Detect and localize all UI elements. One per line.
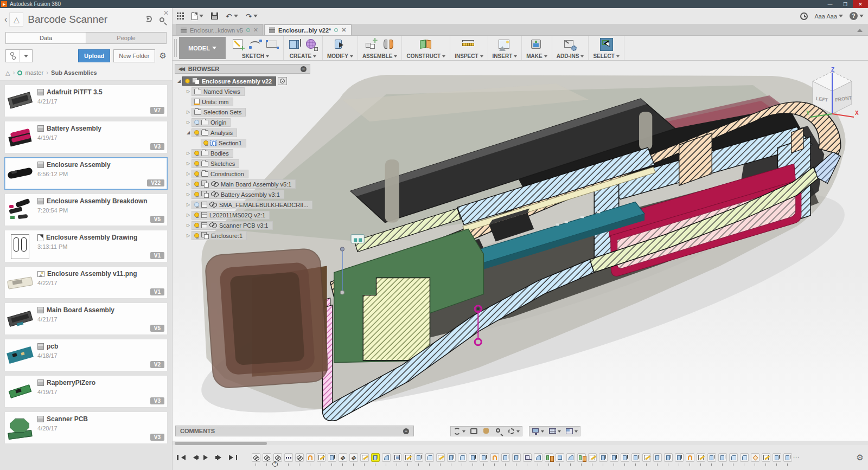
workspace-selector[interactable]: MODEL	[179, 37, 226, 59]
visibility-bulb-icon[interactable]	[194, 213, 199, 217]
joint-icon[interactable]	[382, 38, 395, 51]
browser-row[interactable]: ▷Origin	[175, 117, 310, 127]
undo-icon[interactable]: ↶	[226, 12, 238, 20]
comments-bar[interactable]: COMMENTS −	[175, 426, 414, 436]
tab-people[interactable]: People	[86, 32, 167, 44]
disclosure-collapsed-icon[interactable]: ▷	[185, 161, 192, 166]
browser-row[interactable]: ▷Selection Sets	[175, 107, 310, 117]
browser-options-icon[interactable]: −	[301, 66, 307, 72]
disclosure-collapsed-icon[interactable]: ▷	[185, 233, 192, 238]
ribbon-group-label[interactable]: ASSEMBLE	[362, 53, 398, 59]
comments-options-icon[interactable]: −	[403, 428, 409, 434]
browser-row[interactable]: ▷Construction	[175, 169, 310, 179]
browser-row[interactable]: ▷Main Board Assembly v5:1	[175, 179, 310, 189]
measure-icon[interactable]	[462, 38, 475, 51]
ribbon-group-label[interactable]: INSPECT	[455, 53, 483, 59]
visibility-bulb-icon[interactable]	[194, 120, 199, 125]
new-folder-button[interactable]: New Folder	[113, 49, 155, 62]
home-icon[interactable]: △	[5, 69, 10, 76]
visibility-bulb-icon[interactable]	[194, 223, 199, 228]
disclosure-expanded-icon[interactable]: ◢	[185, 130, 192, 135]
list-item[interactable]: Scanner PCB4/20/17V3	[4, 411, 168, 444]
minimize-button[interactable]: —	[822, 0, 838, 8]
timeline-feature-fillet-icon[interactable]	[566, 453, 575, 466]
list-item[interactable]: Enclosure Assembly Breakdown7:20:54 PMV5	[4, 194, 168, 226]
timeline-feature-extrude-icon[interactable]	[501, 453, 510, 466]
timeline-settings-gear-icon[interactable]: ⚙	[857, 453, 864, 462]
zoom-icon[interactable]	[495, 427, 503, 435]
select-icon[interactable]	[600, 38, 613, 51]
orbit-icon[interactable]	[453, 427, 465, 435]
disclosure-collapsed-icon[interactable]: ▷	[185, 171, 192, 176]
timeline-feature-box-icon[interactable]	[392, 453, 401, 466]
timeline-feature-hole-icon[interactable]	[685, 453, 694, 466]
timeline-feature-extrude-icon[interactable]	[512, 453, 521, 466]
timeline-feature-sketch-icon[interactable]	[436, 453, 445, 466]
timeline-feature-link-icon[interactable]	[251, 453, 260, 466]
visibility-bulb-icon[interactable]	[194, 130, 199, 135]
visibility-bulb-icon[interactable]	[194, 161, 199, 166]
version-branch-combo[interactable]	[5, 49, 33, 62]
target-icon[interactable]	[278, 77, 287, 85]
doc-tab-breakdown[interactable]: Enclosur...kdown v5 ✕	[176, 24, 263, 35]
redo-icon[interactable]: ↷	[246, 12, 258, 20]
display-settings-icon[interactable]	[532, 427, 544, 435]
browser-row[interactable]: ◢Enclosure Assembly v22	[175, 76, 310, 86]
ribbon-group-label[interactable]: CREATE	[290, 53, 316, 59]
timeline-feature-sketch-icon[interactable]	[761, 453, 770, 466]
disclosure-collapsed-icon[interactable]: ▷	[185, 120, 192, 125]
timeline-feature-move-icon[interactable]	[338, 453, 347, 466]
ribbon-group-label[interactable]: SELECT	[593, 53, 619, 59]
browser-row[interactable]: ▷Scanner PCB v3:1	[175, 220, 310, 230]
visibility-bulb-icon[interactable]	[203, 140, 208, 145]
disclosure-collapsed-icon[interactable]: ▷	[185, 202, 192, 207]
scripts-addins-icon[interactable]	[564, 38, 577, 51]
timeline-feature-extrude-icon[interactable]	[446, 453, 456, 466]
job-status-clock-icon[interactable]	[800, 12, 808, 20]
timeline-feature-shell-icon[interactable]	[425, 453, 434, 466]
timeline-feature-sketch-icon[interactable]	[642, 453, 651, 466]
app-grid-icon[interactable]	[177, 12, 184, 20]
ribbon-group-label[interactable]: SKETCH	[242, 53, 269, 59]
browser-row[interactable]: ▷L202011MS02Q v2:1	[175, 210, 310, 220]
visibility-bulb-icon[interactable]	[194, 202, 199, 207]
timeline-feature-extrude-icon[interactable]	[707, 453, 716, 466]
timeline-feature-extrude-icon[interactable]	[609, 453, 618, 466]
breadcrumb-folder[interactable]: Sub Assemblies	[51, 69, 97, 76]
save-icon[interactable]	[211, 12, 218, 20]
horizontal-scrollbar[interactable]	[173, 441, 868, 445]
disclosure-collapsed-icon[interactable]: ▷	[185, 151, 192, 156]
close-button[interactable]: ✕	[853, 0, 868, 8]
upload-button[interactable]: Upload	[78, 49, 110, 62]
timeline-feature-sketch-icon[interactable]	[588, 453, 597, 466]
insert-image-icon[interactable]	[498, 38, 511, 51]
timeline-feature-sketch-icon[interactable]	[316, 453, 326, 466]
canvas-widget[interactable]	[351, 234, 364, 243]
3d-viewport[interactable]: ◀◀ BROWSER − ◢Enclosure Assembly v22▷Nam…	[173, 61, 868, 441]
press-pull-icon[interactable]	[334, 38, 347, 51]
close-tab-icon[interactable]: ✕	[253, 27, 258, 34]
step-forward-icon[interactable]	[215, 455, 224, 460]
ribbon-group-label[interactable]: MODIFY	[327, 53, 353, 59]
timeline-feature-extrude-icon[interactable]	[327, 453, 336, 466]
pan-icon[interactable]	[482, 427, 490, 435]
create-sketch-icon[interactable]	[232, 38, 245, 51]
close-tab-icon[interactable]: ✕	[341, 27, 346, 34]
look-at-icon[interactable]	[470, 427, 478, 435]
timeline-feature-shell-icon[interactable]	[457, 453, 467, 466]
browser-header[interactable]: ◀◀ BROWSER −	[175, 64, 310, 74]
visibility-bulb-icon[interactable]	[194, 151, 199, 156]
doc-tab-assembly[interactable]: Enclosur...bly v22* ✕	[264, 24, 351, 35]
new-component-icon[interactable]	[365, 38, 378, 51]
timeline-feature-extrude-icon[interactable]	[663, 453, 673, 466]
timeline-feature-extrude-icon[interactable]	[371, 453, 380, 466]
tab-data[interactable]: Data	[5, 32, 86, 44]
browser-row[interactable]: ▷Enclosure:1	[175, 230, 310, 241]
list-item[interactable]: Adafruit PiTFT 3.54/21/17V7	[4, 85, 168, 117]
help-menu[interactable]: ?	[850, 12, 864, 20]
back-chevron-icon[interactable]: ‹	[4, 15, 7, 24]
timeline-feature-extrude-icon[interactable]	[598, 453, 608, 466]
breadcrumb-branch[interactable]: master	[25, 69, 43, 76]
ribbon-group-label[interactable]: CONSTRUCT	[406, 53, 445, 59]
browser-row[interactable]: ▷Named Views	[175, 86, 310, 96]
